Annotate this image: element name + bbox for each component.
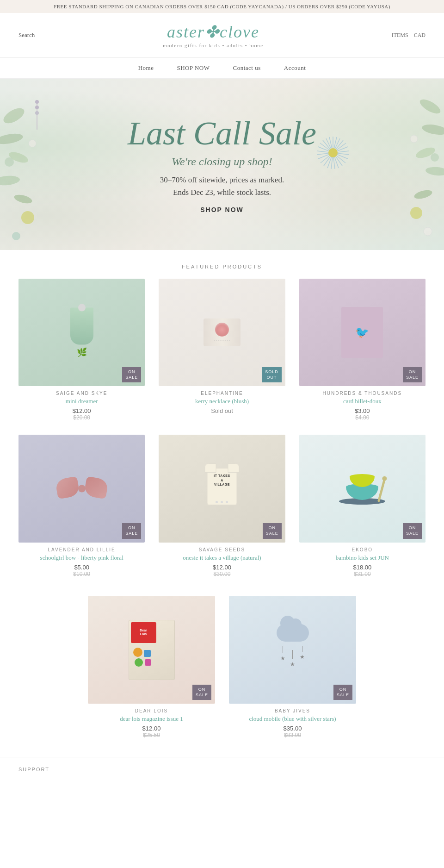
on-sale-badge: ONSALE [122, 367, 141, 382]
logo[interactable]: aster✤clove [35, 22, 391, 42]
on-sale-badge: ONSALE [403, 367, 422, 382]
product-visual-dearlois: DearLois [129, 620, 175, 680]
product-price-sale: $35.00 [229, 725, 356, 732]
search-button[interactable]: Search [18, 31, 35, 39]
on-sale-badge: ONSALE [192, 685, 211, 700]
product-name: dear lois magazine issue 1 [88, 715, 215, 723]
product-price-original: $30.00 [159, 571, 285, 577]
product-card-babyjives[interactable]: ★ ★ ★ ONSALE BABY JIVES [229, 596, 356, 739]
svg-point-1 [0, 132, 24, 146]
product-card-lavender[interactable]: ONSALE LAVENDER AND LILLIE schoolgirl bo… [18, 435, 145, 577]
product-card-saige-skye[interactable]: 🌿 ONSALE SAIGE AND SKYE mini dreamer $12… [18, 279, 145, 421]
products-grid: 🌿 ONSALE SAIGE AND SKYE mini dreamer $12… [0, 279, 444, 596]
product-name: onesie it takes a village (natural) [159, 554, 285, 562]
product-brand: ELEPHANTINE [159, 391, 285, 396]
hero-body: 30–70% off sitewide, prices as marked. E… [160, 174, 284, 199]
hero-banner: Last Call Sale We're closing up shop! 30… [0, 79, 444, 250]
product-info-hundreds: HUNDREDS & THOUSANDS card billet-doux $3… [299, 386, 426, 421]
svg-point-17 [413, 188, 433, 200]
svg-point-10 [35, 100, 39, 104]
product-visual-elephantine: · · · · · · · · · [204, 318, 240, 346]
hero-left-decoration [0, 79, 56, 250]
nav-shop[interactable]: SHOP NOW [177, 64, 210, 72]
product-name: cloud mobile (blue with silver stars) [229, 715, 356, 723]
svg-point-0 [1, 105, 26, 126]
nav-contact[interactable]: Contact us [233, 64, 261, 72]
product-card-savage[interactable]: IT TAKESAVILLAGE ONSALE SAVAGE SEEDS one… [159, 435, 285, 577]
product-price-sale: $3.00 [299, 407, 426, 414]
support-footer: SUPPORT [0, 757, 444, 781]
sold-out-badge: SOLDOUT [262, 367, 282, 382]
currency-selector[interactable]: CAD [414, 32, 426, 39]
product-image-savage: IT TAKESAVILLAGE ONSALE [159, 435, 285, 542]
product-image-ekobo: ONSALE [299, 435, 426, 542]
promo-banner: FREE STANDARD SHIPPING ON CANADIAN ORDER… [0, 0, 444, 13]
product-info-saige: SAIGE AND SKYE mini dreamer $12.00 $20.0… [18, 386, 145, 421]
svg-point-19 [431, 153, 439, 162]
svg-point-7 [29, 140, 36, 147]
product-visual-babyjives: ★ ★ ★ [270, 619, 316, 675]
product-card-dearlois[interactable]: DearLois ONSALE DEAR LOIS dear lois maga… [88, 596, 215, 739]
product-name: schoolgirl bow - liberty pink floral [18, 554, 145, 562]
product-name: card billet-doux [299, 398, 426, 405]
product-price-sale: $12.00 [88, 725, 215, 732]
product-card-elephantine[interactable]: · · · · · · · · · SOLDOUT ELEPHANTINE ke… [159, 279, 285, 421]
product-info-elephantine: ELEPHANTINE kerry necklace (blush) Sold … [159, 386, 285, 414]
product-visual-lavender [56, 476, 107, 501]
featured-section-title: FEATURED PRODUCTS [0, 250, 444, 279]
svg-point-5 [21, 211, 34, 224]
product-price-sale: $18.00 [299, 564, 426, 571]
hero-subtitle: We're closing up shop! [172, 156, 272, 168]
hero-title: Last Call Sale [128, 115, 316, 152]
product-card-hundreds[interactable]: 🐦 ONSALE HUNDREDS & THOUSANDS card bille… [299, 279, 426, 421]
on-sale-badge: ONSALE [122, 523, 141, 538]
product-image-elephantine: · · · · · · · · · SOLDOUT [159, 279, 285, 386]
product-price-original: $83.00 [229, 732, 356, 738]
hero-cta-button[interactable]: SHOP NOW [200, 206, 244, 213]
product-info-ekobo: EKOBO bambino kids set JUN $18.00 $31.00 [299, 543, 426, 577]
nav-account[interactable]: Account [284, 64, 306, 72]
product-visual-hundreds: 🐦 [341, 307, 383, 358]
product-name: mini dreamer [18, 398, 145, 405]
hero-flower-decoration [314, 134, 352, 171]
site-header: Search aster✤clove modern gifts for kids… [0, 13, 444, 57]
nav-home[interactable]: Home [138, 64, 154, 72]
main-nav: Home SHOP NOW Contact us Account [0, 57, 444, 79]
header-right: ITEMS CAD [392, 32, 426, 39]
svg-point-47 [328, 148, 338, 157]
product-image-hundreds: 🐦 ONSALE [299, 279, 426, 386]
on-sale-badge: ONSALE [263, 523, 282, 538]
logo-area: aster✤clove modern gifts for kids • adul… [35, 22, 391, 48]
svg-point-3 [0, 175, 20, 187]
logo-tagline: modern gifts for kids • adults • home [35, 43, 391, 48]
product-name: bambino kids set JUN [299, 554, 426, 562]
sold-out-text: Sold out [159, 407, 285, 414]
product-price-original: $4.00 [299, 414, 426, 421]
product-visual-ekobo [334, 468, 390, 509]
product-price-sale: $12.00 [159, 564, 285, 571]
product-brand: BABY JIVES [229, 708, 356, 713]
svg-point-18 [410, 207, 422, 219]
product-brand: EKOBO [299, 547, 426, 552]
product-brand: DEAR LOIS [88, 708, 215, 713]
svg-point-11 [35, 106, 39, 109]
svg-point-6 [5, 157, 14, 167]
product-price-original: $20.00 [18, 414, 145, 421]
product-price-original: $31.00 [299, 571, 426, 577]
product-image-babyjives: ★ ★ ★ ONSALE [229, 596, 356, 704]
product-name: kerry necklace (blush) [159, 398, 285, 405]
svg-point-4 [13, 193, 33, 205]
product-price-original: $25.50 [88, 732, 215, 738]
products-grid-row3: DearLois ONSALE DEAR LOIS dear lois maga… [69, 596, 375, 757]
on-sale-badge: ONSALE [403, 523, 422, 538]
cart-items-button[interactable]: ITEMS [392, 32, 408, 39]
product-image-lavender: ONSALE [18, 435, 145, 542]
product-info-savage: SAVAGE SEEDS onesie it takes a village (… [159, 543, 285, 577]
product-visual-saige: 🌿 [70, 308, 93, 357]
support-label: SUPPORT [18, 767, 49, 772]
svg-point-21 [424, 227, 432, 236]
hero-right-decoration [388, 79, 444, 250]
product-brand: LAVENDER AND LILLIE [18, 547, 145, 552]
product-card-ekobo[interactable]: ONSALE EKOBO bambino kids set JUN $18.00… [299, 435, 426, 577]
svg-point-14 [421, 123, 444, 136]
